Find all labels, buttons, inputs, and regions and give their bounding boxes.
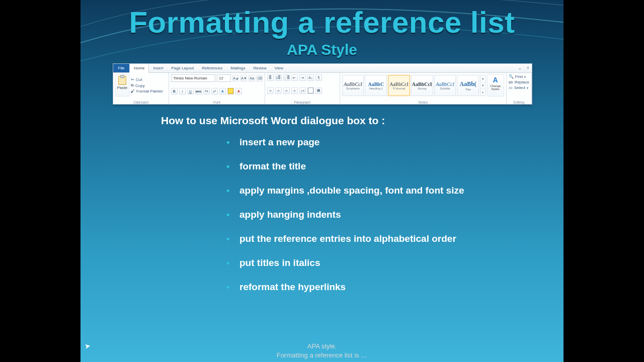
style-name: ¶ Normal	[393, 87, 405, 90]
shrink-font-button[interactable]: A▼	[240, 75, 247, 81]
tab-insert[interactable]: Insert	[149, 64, 167, 72]
numbering-button[interactable]: 1≣	[275, 74, 282, 81]
ribbon-band: Paste ✂Cut ⧉Copy 🖌Format Painter Clipboa…	[113, 73, 532, 105]
paragraph-group-label: Paragraph	[267, 101, 338, 104]
intro-heading: How to use Microsoft Word dialogue box t…	[161, 115, 385, 127]
tab-home[interactable]: Home	[129, 64, 149, 73]
font-size-combo[interactable]: 12	[217, 74, 231, 82]
bullets-button[interactable]: ≣	[267, 74, 274, 81]
replace-label: Replace	[515, 80, 529, 84]
list-item: put titles in italics	[226, 257, 464, 268]
format-painter-label: Format Painter	[136, 89, 163, 94]
underline-button[interactable]: U	[187, 88, 194, 95]
font-name-combo[interactable]: Times New Roman	[171, 74, 215, 82]
highlight-button[interactable]	[227, 88, 234, 95]
select-icon: ▭	[509, 85, 513, 90]
style-normal[interactable]: AaBbCcI¶ Normal	[388, 75, 410, 96]
line-spacing-button[interactable]: ↕≡	[299, 87, 306, 94]
help-icon[interactable]: ⌄	[516, 64, 524, 72]
strike-button[interactable]: abc	[195, 88, 202, 95]
group-clipboard: Paste ✂Cut ⧉Copy 🖌Format Painter Clipboa…	[113, 73, 169, 105]
shading-button[interactable]	[307, 87, 314, 94]
multilevel-button[interactable]: ⋮≣	[283, 74, 290, 81]
group-font: Times New Roman 12 A▲ A▼ Aa ⌫ B I U abc …	[169, 73, 265, 105]
style-name: Title	[465, 88, 471, 91]
caption-line-2: Formatting a reference list is …	[80, 351, 564, 359]
tab-references[interactable]: References	[198, 64, 226, 72]
bold-button[interactable]: B	[171, 88, 178, 95]
subscript-button[interactable]: x₂	[203, 88, 210, 95]
find-button[interactable]: 🔍Find▾	[509, 74, 529, 79]
group-editing: 🔍Find▾ abReplace ▭Select▾ Editing	[507, 73, 532, 105]
style-sample: AaBbCcI	[344, 81, 362, 87]
align-center-button[interactable]: ≡	[275, 87, 282, 94]
styles-group-label: Styles	[342, 101, 504, 104]
select-button[interactable]: ▭Select▾	[509, 85, 529, 90]
style-name: Subtitle	[440, 87, 450, 90]
file-tab[interactable]: File	[113, 64, 129, 72]
style-strong[interactable]: AaBbCcIStrong	[411, 75, 433, 96]
sort-button[interactable]: A↓	[307, 74, 314, 81]
ribbon-tabstrip: File Home Insert Page Layout References …	[113, 64, 532, 73]
decrease-indent-button[interactable]: ⇤	[291, 74, 298, 81]
text-effects-button[interactable]: A	[219, 88, 226, 95]
format-painter-button[interactable]: 🖌Format Painter	[131, 89, 163, 94]
caption-line-1: APA style.	[80, 342, 564, 350]
video-caption: APA style. Formatting a reference list i…	[80, 342, 564, 362]
list-item: reformat the hyperlinks	[226, 282, 464, 293]
word-ribbon: File Home Insert Page Layout References …	[113, 63, 532, 105]
borders-button[interactable]: ▦	[315, 87, 322, 94]
style-subtitle[interactable]: AaBbCcISubtitle	[434, 75, 456, 96]
change-case-button[interactable]: Aa	[249, 75, 255, 81]
change-styles-icon: A	[493, 76, 498, 84]
align-left-button[interactable]: ≡	[267, 87, 274, 94]
cut-button[interactable]: ✂Cut	[131, 77, 163, 82]
tab-mailings[interactable]: Mailings	[226, 64, 249, 72]
superscript-button[interactable]: x²	[211, 88, 218, 95]
style-sample: AaBbCcI	[389, 81, 409, 87]
show-marks-button[interactable]: ¶	[315, 74, 322, 81]
paste-label: Paste	[117, 85, 127, 90]
tab-view[interactable]: View	[271, 64, 287, 72]
bullet-list: insert a new page format the title apply…	[226, 137, 464, 306]
style-heading1[interactable]: AaBbCHeading 1	[365, 75, 387, 96]
list-item: format the title	[226, 161, 464, 172]
copy-button[interactable]: ⧉Copy	[131, 83, 163, 88]
slide-title: Formatting a reference list	[80, 5, 564, 40]
increase-indent-button[interactable]: ⇥	[299, 74, 306, 81]
replace-button[interactable]: abReplace	[509, 80, 529, 84]
scissors-icon: ✂	[131, 77, 134, 82]
list-item: put the reference entries into alphabeti…	[226, 233, 464, 244]
styles-gallery-more[interactable]: ▲ ▼ ▾	[480, 75, 486, 96]
clear-format-button[interactable]: ⌫	[257, 75, 263, 81]
tab-spacer	[287, 64, 516, 72]
style-name: Strong	[418, 87, 427, 90]
tab-page-layout[interactable]: Page Layout	[167, 64, 198, 72]
list-item: insert a new page	[226, 137, 464, 148]
slide-stage: Formatting a reference list APA Style Fi…	[80, 0, 564, 362]
clipboard-icon	[118, 76, 126, 85]
select-label: Select	[514, 85, 525, 90]
style-emphasis[interactable]: AaBbCcIEmphasis	[342, 75, 364, 96]
justify-button[interactable]: ≡	[291, 87, 298, 94]
highlight-swatch-icon	[228, 88, 233, 94]
font-group-label: Font	[171, 101, 263, 104]
tab-review[interactable]: Review	[250, 64, 271, 72]
grow-font-button[interactable]: A▲	[232, 75, 239, 81]
font-color-button[interactable]: A	[235, 88, 242, 95]
find-label: Find	[515, 74, 523, 79]
minimize-ribbon-icon[interactable]: ?	[524, 64, 532, 72]
style-sample: AaBbCcI	[412, 81, 432, 87]
paste-button[interactable]: Paste	[115, 74, 129, 97]
group-styles: AaBbCcIEmphasis AaBbCHeading 1 AaBbCcI¶ …	[340, 73, 507, 105]
style-sample: AaBbC	[368, 81, 384, 87]
list-item: apply margins ,double spacing, font and …	[226, 185, 464, 196]
style-sample: AaBb(	[460, 80, 476, 88]
clipboard-group-label: Clipboard	[115, 101, 167, 104]
group-paragraph: ≣ 1≣ ⋮≣ ⇤ ⇥ A↓ ¶ ≡ ≡ ≡ ≡ ↕≡ ▦ Para	[265, 73, 340, 105]
italic-button[interactable]: I	[179, 88, 186, 95]
copy-icon: ⧉	[131, 83, 134, 88]
style-title[interactable]: AaBb(Title	[457, 75, 479, 96]
align-right-button[interactable]: ≡	[283, 87, 290, 94]
change-styles-button[interactable]: A Change Styles	[487, 74, 504, 97]
